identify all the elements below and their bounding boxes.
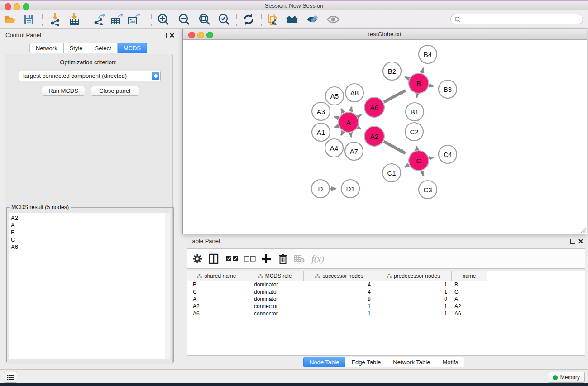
- zoom-fit-icon[interactable]: [197, 13, 212, 26]
- edge-B-B2[interactable]: [405, 77, 409, 79]
- zoom-in-icon[interactable]: [156, 13, 171, 26]
- delete-table-icon[interactable]: [293, 253, 306, 265]
- table-settings-gear-icon[interactable]: [191, 253, 204, 265]
- mcds-result-item[interactable]: A6: [9, 243, 164, 251]
- close-network-button[interactable]: [188, 32, 195, 38]
- column-header-name[interactable]: name: [452, 271, 487, 281]
- edge-A-A7[interactable]: [350, 133, 351, 137]
- edge-C-C2[interactable]: [416, 146, 417, 150]
- tab-edge-table[interactable]: Edge Table: [345, 357, 387, 367]
- node-label-A1: A1: [317, 129, 325, 136]
- minimize-network-button[interactable]: [197, 32, 204, 38]
- close-panel-button[interactable]: Close panel: [91, 86, 139, 96]
- export-image-icon[interactable]: [127, 13, 141, 26]
- minimize-window-button[interactable]: [14, 3, 20, 10]
- resize-grip-icon[interactable]: [580, 227, 586, 233]
- table-row[interactable]: Adominator80A: [187, 295, 585, 303]
- tab-motifs[interactable]: Motifs: [436, 357, 464, 367]
- edge-A-A8[interactable]: [351, 107, 352, 111]
- select-all-checkboxes-icon[interactable]: [226, 253, 239, 265]
- deselect-all-checkboxes-icon[interactable]: [244, 253, 256, 265]
- node-label-B4: B4: [424, 51, 432, 58]
- table-cell: A: [187, 295, 246, 303]
- edge-A2-C[interactable]: [384, 142, 405, 153]
- delete-columns-icon[interactable]: [277, 253, 289, 265]
- run-mcds-button[interactable]: Run MCDS: [42, 86, 85, 96]
- task-history-button[interactable]: [4, 372, 17, 383]
- export-network-icon[interactable]: [92, 13, 106, 26]
- close-table-panel-icon[interactable]: [578, 238, 583, 244]
- float-panel-icon[interactable]: [161, 33, 167, 38]
- edge-C-C4[interactable]: [429, 157, 433, 158]
- edge-A6-B[interactable]: [384, 91, 405, 102]
- float-table-panel-icon[interactable]: [570, 238, 575, 244]
- edge-C-C1[interactable]: [405, 165, 409, 167]
- import-table-icon[interactable]: [67, 13, 81, 26]
- edge-A-A6[interactable]: [358, 115, 361, 117]
- open-session-icon[interactable]: [3, 13, 18, 26]
- edge-A-A4[interactable]: [341, 132, 344, 135]
- node-label-C: C: [416, 157, 421, 165]
- network-graph[interactable]: AA6A2BCA5A8A3A1A4A7B2B4B3B1C2C4C1C3DD1: [183, 40, 587, 234]
- mcds-result-item[interactable]: A2: [9, 214, 164, 222]
- table-cell: B: [452, 281, 487, 288]
- edge-B-B1[interactable]: [417, 94, 417, 98]
- import-network-icon[interactable]: [48, 13, 62, 26]
- node-label-A2: A2: [370, 133, 378, 140]
- zoom-out-icon[interactable]: [177, 13, 191, 26]
- memory-button[interactable]: Memory: [548, 372, 585, 383]
- add-column-icon[interactable]: [260, 253, 272, 265]
- zoom-window-button[interactable]: [23, 3, 29, 10]
- table-row[interactable]: Bdominator41B: [187, 281, 585, 288]
- mcds-result-item[interactable]: B: [9, 229, 164, 236]
- clone-network-icon[interactable]: [266, 13, 280, 26]
- hide-graphics-details-icon[interactable]: [305, 13, 320, 26]
- selected-option: largest connected component (directed): [23, 72, 127, 79]
- column-header-successor-nodes[interactable]: successor nodes: [304, 271, 375, 281]
- list-scrollbar[interactable]: [165, 213, 170, 359]
- edge-A-A1[interactable]: [335, 126, 338, 127]
- table-cell: A6: [452, 310, 487, 317]
- close-window-button[interactable]: [5, 3, 11, 10]
- zoom-network-button[interactable]: [206, 32, 213, 38]
- node-label-A4: A4: [330, 144, 338, 152]
- tab-select[interactable]: Select: [89, 43, 118, 53]
- column-header-predecessor-nodes[interactable]: predecessor nodes: [375, 271, 452, 281]
- table-row[interactable]: A2connector11A2: [187, 303, 585, 310]
- edge-B-B4[interactable]: [422, 68, 423, 73]
- node-label-A3: A3: [317, 108, 325, 115]
- column-header-shared-name[interactable]: shared name: [187, 271, 246, 281]
- search-input[interactable]: [450, 14, 583, 24]
- function-builder-icon[interactable]: f(x): [309, 253, 327, 265]
- mcds-result-item[interactable]: C: [9, 236, 164, 243]
- close-panel-icon[interactable]: [169, 33, 175, 38]
- zoom-selected-icon[interactable]: [217, 13, 231, 26]
- edge-A-A3[interactable]: [335, 117, 339, 118]
- tab-network[interactable]: Network: [29, 43, 64, 53]
- refresh-layout-icon[interactable]: [241, 13, 256, 26]
- export-table-icon[interactable]: [110, 13, 124, 26]
- mcds-result-item[interactable]: A: [9, 222, 164, 229]
- save-session-icon[interactable]: [22, 13, 36, 26]
- node-label-A: A: [346, 119, 351, 126]
- edge-A-A2[interactable]: [358, 127, 361, 129]
- task-list-icon: [7, 375, 14, 381]
- table-row[interactable]: Cdominator41C: [187, 288, 585, 295]
- edge-A-A5[interactable]: [341, 109, 344, 113]
- home-view-icon[interactable]: [285, 13, 299, 26]
- tab-network-table[interactable]: Network Table: [387, 357, 436, 367]
- column-header-MCDS-role[interactable]: MCDS role: [246, 271, 304, 281]
- tab-node-table[interactable]: Node Table: [303, 357, 346, 367]
- node-label-D: D: [318, 185, 323, 193]
- edge-C-C3[interactable]: [422, 171, 423, 176]
- table-cell: 1: [304, 310, 375, 317]
- edge-B-B3[interactable]: [430, 86, 434, 86]
- show-columns-icon[interactable]: [207, 253, 220, 265]
- optimization-criterion-select[interactable]: largest connected component (directed): [19, 71, 161, 81]
- tab-style[interactable]: Style: [64, 43, 89, 53]
- tab-mcds[interactable]: MCDS: [118, 43, 147, 53]
- node-label-D1: D1: [346, 185, 354, 193]
- show-graphics-details-icon[interactable]: [326, 13, 340, 26]
- table-row[interactable]: A6connector11A6: [187, 310, 585, 317]
- table-toolbar: f(x): [187, 248, 585, 269]
